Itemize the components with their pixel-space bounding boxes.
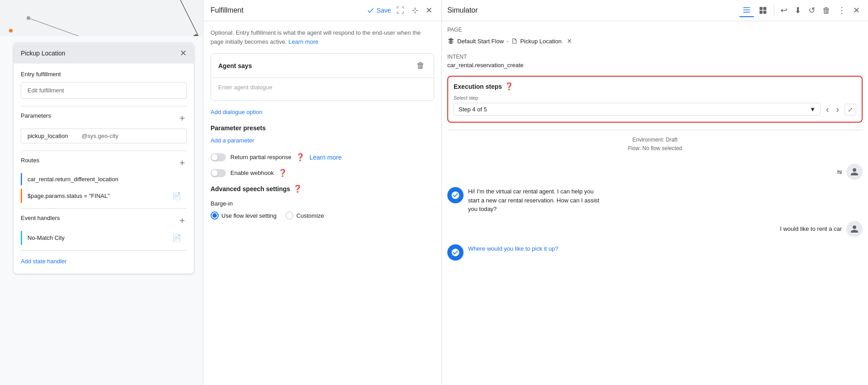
radio-flow-level-text: Use flow level setting [221, 212, 276, 219]
node-body: Entry fulfillment Edit fulfillment Param… [14, 64, 194, 274]
speech-section: Advanced speech settings ❓ Barge-in Use … [211, 184, 434, 220]
breadcrumb-flow: Default Start Flow [457, 38, 504, 45]
simulator-body: Page Default Start Flow - Pickup Locatio… [442, 21, 868, 385]
user-greeting-text: hi [837, 169, 842, 175]
dropdown-arrow-icon: ▼ [810, 106, 816, 113]
event-handlers-label: Event handlers [21, 215, 60, 221]
page-label: Page [447, 27, 863, 33]
env-line1: Environment: Draft [447, 136, 863, 144]
page-section: Page Default Start Flow - Pickup Locatio… [447, 27, 863, 46]
user-rent-msg: I would like to rent a car [447, 221, 863, 237]
step-prev-button[interactable]: ‹ [824, 102, 831, 116]
page-icon [511, 38, 518, 44]
radio-option-flow-level[interactable]: Use flow level setting [211, 211, 276, 220]
barge-in-label: Barge-in [211, 200, 434, 207]
add-state-handler-button[interactable]: Add state handler [21, 256, 67, 266]
route-item-1[interactable]: $page.params.status = "FINAL" 📄 [21, 189, 187, 203]
flow-icon [447, 37, 455, 45]
pickup-location-node: Pickup Location ✕ Entry fulfillment Edit… [14, 43, 194, 274]
arrow-decoration [162, 0, 198, 36]
parameter-presets-heading: Parameter presets [211, 124, 434, 132]
add-parameter-button[interactable]: ＋ [178, 112, 187, 124]
toolbar-separator [774, 5, 774, 16]
undo-button[interactable]: ↩ [778, 4, 790, 17]
svg-line-1 [28, 18, 104, 36]
param-type: @sys.geo-city [82, 133, 119, 139]
delete-agent-says-button[interactable]: 🗑 [415, 59, 427, 72]
add-event-button[interactable]: ＋ [178, 214, 187, 226]
close-fulfillment-button[interactable]: ✕ [424, 4, 434, 17]
radio-customize-circle [285, 211, 294, 220]
param-name: pickup_location [28, 133, 68, 139]
barge-in-radio-group: Use flow level setting Customize [211, 211, 434, 220]
close-page-button[interactable]: ✕ [564, 36, 575, 46]
refresh-button[interactable]: ↺ [806, 4, 818, 17]
agent-avatar-0 [447, 187, 464, 203]
more-options-button[interactable]: ⋮ [835, 4, 849, 17]
radio-flow-level-inner [212, 213, 217, 218]
entry-fulfillment-label: Entry fulfillment [21, 71, 187, 78]
download-button[interactable]: ⬇ [792, 4, 804, 17]
agent-says-box: Agent says 🗑 Enter agent dialogue [211, 53, 434, 101]
route-item-0[interactable]: car_rental.return_different_location [21, 173, 187, 185]
breadcrumb-page: Pickup Location [520, 38, 562, 45]
sim-toolbar: ↩ ⬇ ↺ 🗑 ⋮ ✕ [739, 4, 863, 17]
routes-row: Routes ＋ [21, 156, 187, 169]
left-panel: Pickup Location ✕ Entry fulfillment Edit… [0, 0, 203, 385]
sim-grid-view-button[interactable] [756, 4, 770, 17]
event-doc-icon: 📄 [172, 234, 181, 242]
agent-greeting-msg: Hi! I'm the virtual car rental agent. I … [447, 187, 863, 214]
execution-steps-box: Execution steps ❓ Select step Step 4 of … [447, 76, 863, 123]
step-expand-button[interactable]: ⤢ [845, 104, 856, 115]
event-item-0[interactable]: No-Match City 📄 [21, 231, 187, 245]
move-button[interactable]: ⊹ [410, 4, 420, 17]
enable-webhook-label: Enable webhook [230, 170, 274, 176]
close-simulator-button[interactable]: ✕ [850, 4, 863, 17]
agent-avatar-1 [447, 244, 464, 261]
radio-customize-text: Customize [296, 212, 324, 219]
return-partial-toggle[interactable] [211, 153, 226, 161]
parameters-label: Parameters [21, 112, 51, 119]
fulfillment-title: Fulfillment [211, 6, 243, 14]
return-partial-learn-more[interactable]: Learn more [309, 154, 342, 161]
delete-button[interactable]: 🗑 [820, 4, 833, 17]
step-next-button[interactable]: › [834, 102, 841, 116]
webhook-help-icon[interactable]: ❓ [278, 169, 287, 177]
learn-more-link[interactable]: Learn more [289, 38, 318, 45]
fullscreen-button[interactable]: ⛶ [395, 4, 406, 17]
canvas-area [0, 0, 203, 36]
enable-webhook-toggle[interactable] [211, 169, 226, 177]
add-dialogue-option-button[interactable]: Add dialogue option [211, 109, 262, 115]
node-close-button[interactable]: ✕ [180, 48, 187, 58]
step-select[interactable]: Step 4 of 5 ▼ [454, 103, 821, 116]
return-partial-label: Return partial response [230, 154, 291, 160]
add-parameter-link[interactable]: Add a parameter [211, 137, 254, 144]
radio-option-customize[interactable]: Customize [285, 211, 324, 220]
step-label: Select step [454, 95, 856, 101]
execution-steps-title: Execution steps ❓ [454, 82, 856, 91]
exec-help-icon[interactable]: ❓ [505, 82, 514, 91]
agent-says-body[interactable]: Enter agent dialogue [211, 78, 434, 101]
add-route-button[interactable]: ＋ [178, 156, 187, 169]
exec-step-row: Step 4 of 5 ▼ ‹ › ⤢ [454, 102, 856, 116]
intent-value: car_rental.reservation_create [447, 62, 863, 69]
route-doc-icon: 📄 [172, 192, 181, 200]
speech-settings-title: Advanced speech settings ❓ [211, 184, 434, 193]
user-avatar-0 [846, 164, 863, 180]
event-handlers-row: Event handlers ＋ [21, 214, 187, 226]
save-button[interactable]: Save [367, 6, 391, 14]
event-text-0: No-Match City [28, 234, 64, 241]
parameter-item: pickup_location @sys.geo-city [21, 128, 187, 143]
edit-fulfillment-button[interactable]: Edit fulfillment [21, 82, 187, 99]
return-partial-help-icon[interactable]: ❓ [296, 153, 305, 161]
save-icon [367, 6, 375, 14]
fulfillment-description: Optional. Entry fulfillment is what the … [211, 28, 434, 46]
speech-help-icon[interactable]: ❓ [293, 184, 302, 193]
save-label: Save [377, 7, 391, 14]
fulfillment-panel: Fulfillment Save ⛶ ⊹ ✕ Optional. Entry f… [203, 0, 442, 385]
sim-list-view-button[interactable] [739, 4, 754, 17]
agent-says-title: Agent says [218, 62, 252, 69]
user-rent-text: I would like to rent a car [780, 225, 842, 232]
sim-divider [447, 130, 863, 130]
breadcrumb-sep: - [506, 38, 508, 45]
